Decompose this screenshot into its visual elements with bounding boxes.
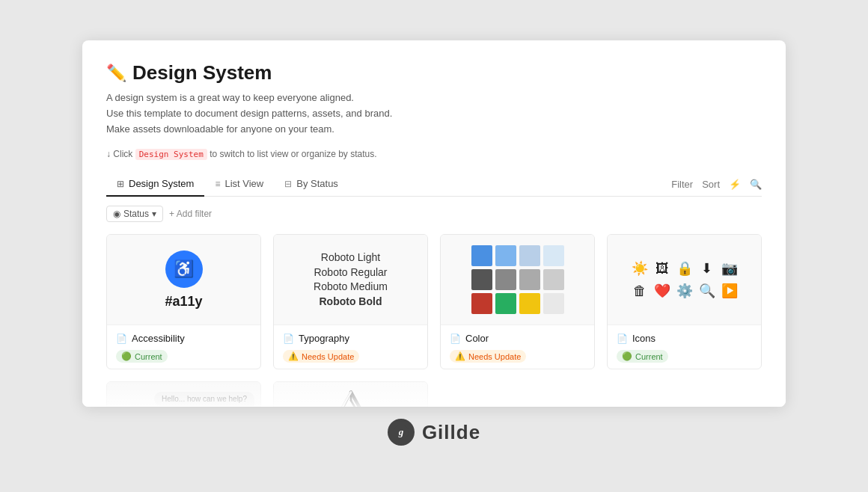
typo-bold: Roboto Bold [320,295,382,310]
tab-status-icon: ⊟ [284,179,292,189]
card-accessibility-title: Accessibility [132,333,185,344]
card-typography[interactable]: Roboto Light Roboto Regular Roboto Mediu… [273,234,428,369]
empty-card-3 [440,381,595,407]
accessibility-status-badge: 🟢 Current [116,350,168,363]
search-icon[interactable]: 🔍 [750,179,762,190]
card-accessibility-title-row: 📄 Accessibility [116,333,251,344]
swatch-green [495,293,516,314]
footer-brand: g Gillde [388,419,480,446]
icons-status-badge: 🟢 Current [617,350,668,363]
partial-cards-grid: Hello... how can we help? Hi there! 👋 [106,381,762,407]
card-chat-partial[interactable]: Hello... how can we help? Hi there! 👋 [106,381,261,407]
card-color[interactable]: 📄 Color ⚠️ Needs Update [440,234,595,369]
swatch-blue [471,245,492,266]
swatch-yellow [519,293,540,314]
cards-grid: ♿ Accessibility #a11y 📄 Accessibility 🟢 … [106,234,762,381]
tab-actions: Filter Sort ⚡ 🔍 [671,179,762,190]
card-color-thumbnail [441,235,594,325]
desc-line-2: Use this template to document design pat… [106,106,762,122]
typo-light: Roboto Light [321,250,380,265]
typography-thumb: Roboto Light Roboto Regular Roboto Mediu… [314,250,388,309]
tab-list-view-label: List View [224,178,263,189]
heart-icon: ❤️ [654,283,670,299]
image-icon: 🖼 [654,260,670,277]
lock-icon: 🔒 [676,260,693,277]
tab-by-status-label: By Status [296,178,338,189]
card-icons[interactable]: ☀️ 🖼 🔒 ⬇ 📷 🗑 ❤️ ⚙️ 🔍 ▶️ 📄 Icons [607,234,762,369]
page-description: A design system is a great way to keep e… [106,90,762,137]
swatch-white-gray [543,293,564,314]
design-system-tag[interactable]: Design System [135,149,207,160]
chat-bubbles: Hello... how can we help? Hi there! 👋 [107,386,260,407]
card-typography-thumbnail: Roboto Light Roboto Regular Roboto Mediu… [274,235,427,325]
filter-status-icon: ◉ [113,209,120,219]
status-filter-button[interactable]: ◉ Status ▾ [106,206,163,222]
triangle-thumbnail [274,382,427,407]
typo-regular: Roboto Regular [314,265,387,280]
svg-text:g: g [398,426,404,437]
card-icons-title-row: 📄 Icons [617,333,752,344]
swatch-light-blue [495,245,516,266]
brand-logo-circle: g [388,419,415,446]
card-accessibility-thumbnail: ♿ Accessibility #a11y [107,235,260,325]
desc-line-3: Make assets downloadable for anyone on y… [106,122,762,138]
brand-name: Gillde [422,421,480,444]
page-title: Design System [132,61,272,84]
color-swatches-grid [471,245,564,314]
swatch-dark-gray [471,269,492,290]
status-dot: ⚠️ [455,351,465,361]
doc-icon: 📄 [450,333,461,344]
pencil-icon: ✏️ [106,64,126,83]
doc-icon: 📄 [617,333,628,344]
swatch-pale-blue [519,245,540,266]
color-status-badge: ⚠️ Needs Update [450,350,526,363]
card-icons-thumbnail: ☀️ 🖼 🔒 ⬇ 📷 🗑 ❤️ ⚙️ 🔍 ▶️ [608,235,761,325]
page-header: ✏️ Design System [106,61,762,84]
card-color-title: Color [465,333,489,344]
card-typography-footer: 📄 Typography ⚠️ Needs Update [274,325,427,369]
chat-thumbnail: Hello... how can we help? Hi there! 👋 [107,382,260,407]
desc-line-1: A design system is a great way to keep e… [106,90,762,106]
card-typography-title-row: 📄 Typography [283,333,418,344]
settings-icon: ⚙️ [676,283,693,299]
sun-icon: ☀️ [632,260,648,277]
download-icon: ⬇ [699,260,715,277]
swatch-light-gray [543,269,564,290]
status-dot: ⚠️ [288,351,299,361]
chevron-down-icon: ▾ [152,209,156,219]
card-triangle-partial[interactable] [273,381,428,407]
status-dot: 🟢 [622,351,632,361]
tab-design-system[interactable]: ⊞ Design System [106,172,204,197]
accessibility-thumb: ♿ Accessibility #a11y [165,250,202,310]
card-color-footer: 📄 Color ⚠️ Needs Update [441,325,594,369]
swatch-gray [495,269,516,290]
card-icons-title: Icons [632,333,655,344]
triangle-logo-container [331,389,370,407]
filter-action[interactable]: Filter [671,179,693,190]
card-color-title-row: 📄 Color [450,333,585,344]
lightning-icon[interactable]: ⚡ [729,179,741,190]
status-dot: 🟢 [121,351,132,361]
main-container: ✏️ Design System A design system is a gr… [82,40,786,407]
tab-by-status[interactable]: ⊟ By Status [274,172,349,197]
trash-icon: 🗑 [632,283,648,299]
play-icon: ▶️ [721,283,738,299]
card-typography-title: Typography [299,333,349,344]
filter-bar: ◉ Status ▾ + Add filter [106,206,762,222]
search-icon: 🔍 [699,283,715,299]
tab-list-icon: ≡ [215,179,220,189]
swatch-lighter-blue [543,245,564,266]
penrose-triangle-icon [331,389,370,407]
doc-icon: 📄 [116,333,127,344]
sort-action[interactable]: Sort [702,179,720,190]
swatch-red [471,293,492,314]
tab-grid-icon: ⊞ [117,179,124,189]
doc-icon: 📄 [283,333,294,344]
add-filter-button[interactable]: + Add filter [169,209,212,219]
accessibility-icon-circle: ♿ [165,250,203,288]
tab-design-system-label: Design System [129,178,194,189]
empty-card-4 [607,381,762,407]
tab-list-view[interactable]: ≡ List View [204,172,274,197]
page-hint: ↓ Click Design System to switch to list … [106,149,762,160]
card-accessibility[interactable]: ♿ Accessibility #a11y 📄 Accessibility 🟢 … [106,234,261,369]
